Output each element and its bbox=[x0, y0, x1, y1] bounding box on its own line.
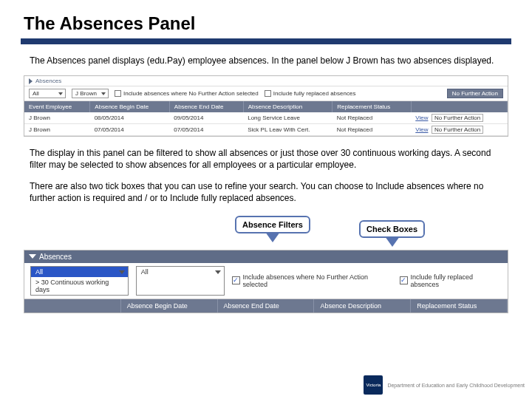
col-begin: Absence Begin Date bbox=[90, 101, 170, 112]
view-link[interactable]: View bbox=[415, 115, 428, 121]
col-desc: Absence Description bbox=[314, 299, 411, 313]
col-employee: Event Employee bbox=[24, 101, 90, 112]
col-end: Absence End Date bbox=[218, 299, 315, 313]
checkbox-icon[interactable] bbox=[400, 276, 408, 284]
no-further-action-button[interactable]: No Further Action bbox=[447, 89, 503, 98]
checkbox-icon[interactable] bbox=[265, 90, 271, 97]
absences-panel-1: Absences All J Brown Include absences wh… bbox=[24, 75, 508, 137]
footer: Victoria Department of Education and Ear… bbox=[364, 375, 525, 395]
callout-checkboxes: Check Boxes bbox=[359, 220, 425, 238]
col-blank bbox=[24, 299, 121, 313]
panel1-filter-row: All J Brown Include absences where No Fu… bbox=[24, 86, 508, 101]
chk-replaced-label: Include fully replaced absences bbox=[411, 273, 502, 288]
chk-nfa-wrap[interactable]: Include absences where No Further Action… bbox=[115, 90, 259, 97]
cell-begin: 07/05/2014 bbox=[90, 124, 170, 136]
col-begin: Absence Begin Date bbox=[121, 299, 218, 313]
chk-replaced-wrap[interactable]: Include fully replaced absences bbox=[400, 266, 502, 296]
collapse-icon[interactable] bbox=[29, 254, 36, 259]
table-row: J Brown 07/05/2014 07/05/2014 Sick PL Le… bbox=[24, 124, 508, 136]
cell-end: 07/05/2014 bbox=[169, 124, 243, 136]
absences-table: Event Employee Absence Begin Date Absenc… bbox=[24, 101, 508, 136]
cell-desc: Long Service Leave bbox=[243, 112, 332, 124]
cell-end: 09/05/2014 bbox=[169, 112, 243, 124]
cell-status: Not Replaced bbox=[332, 124, 412, 136]
title-rule bbox=[21, 38, 511, 44]
panel1-title: Absences bbox=[35, 78, 61, 84]
chk-replaced-wrap[interactable]: Include fully replaced absences bbox=[265, 90, 356, 97]
view-link[interactable]: View bbox=[415, 126, 428, 133]
dropdown-selected[interactable]: All bbox=[31, 267, 128, 277]
panel1-header: Absences bbox=[24, 76, 508, 86]
panel2-columns: Absence Begin Date Absence End Date Abse… bbox=[24, 299, 508, 313]
table-row: J Brown 08/05/2014 09/05/2014 Long Servi… bbox=[24, 112, 508, 124]
col-status: Replacement Status bbox=[332, 101, 412, 112]
filter-scope-dropdown-open[interactable]: All > 30 Continuous working days bbox=[30, 266, 129, 296]
cell-status: Not Replaced bbox=[332, 112, 412, 124]
callout-filters: Absence Filters bbox=[235, 216, 310, 233]
page-title: The Absences Panel bbox=[21, 13, 511, 34]
callouts: Absence Filters Check Boxes bbox=[21, 216, 511, 250]
chk-nfa-label: Include absences where No Further Action… bbox=[243, 273, 392, 288]
panel2-title: Absences bbox=[39, 253, 72, 261]
col-actions bbox=[411, 101, 507, 112]
collapse-icon[interactable] bbox=[29, 78, 33, 84]
checkbox-icon[interactable] bbox=[232, 276, 240, 284]
cell-begin: 08/05/2014 bbox=[90, 112, 170, 124]
absences-panel-2: Absences All > 30 Continuous working day… bbox=[24, 250, 508, 313]
chk-replaced-label: Include fully replaced absences bbox=[273, 90, 356, 97]
row-action[interactable]: No Further Action bbox=[432, 114, 483, 122]
panel2-filter-row: All > 30 Continuous working days All Inc… bbox=[24, 263, 508, 299]
cell-emp: J Brown bbox=[24, 124, 90, 136]
col-status: Replacement Status bbox=[411, 299, 508, 313]
row-action[interactable]: No Further Action bbox=[432, 126, 483, 134]
checkbox-icon[interactable] bbox=[115, 90, 121, 97]
panel2-header: Absences bbox=[24, 250, 508, 263]
para-tickboxes: There are also two tick boxes that you c… bbox=[30, 180, 502, 204]
para-filters: The display in this panel can be filtere… bbox=[30, 147, 502, 171]
cell-emp: J Brown bbox=[24, 112, 90, 124]
chk-nfa-wrap[interactable]: Include absences where No Further Action… bbox=[232, 266, 392, 296]
filter-scope-dropdown[interactable]: All bbox=[29, 89, 66, 98]
dropdown-option[interactable]: > 30 Continuous working days bbox=[31, 277, 128, 295]
victoria-logo: Victoria bbox=[364, 375, 383, 395]
cell-desc: Sick PL Leav With Cert. bbox=[243, 124, 332, 136]
filter-employee-dropdown[interactable]: J Brown bbox=[72, 89, 109, 98]
footer-text: Department of Education and Early Childh… bbox=[387, 383, 525, 388]
col-desc: Absence Description bbox=[243, 101, 332, 112]
intro-text: The Absences panel displays (edu.Pay) em… bbox=[30, 55, 502, 66]
chk-nfa-label: Include absences where No Further Action… bbox=[123, 90, 259, 97]
filter-employee-dropdown[interactable]: All bbox=[136, 266, 225, 296]
col-end: Absence End Date bbox=[169, 101, 243, 112]
